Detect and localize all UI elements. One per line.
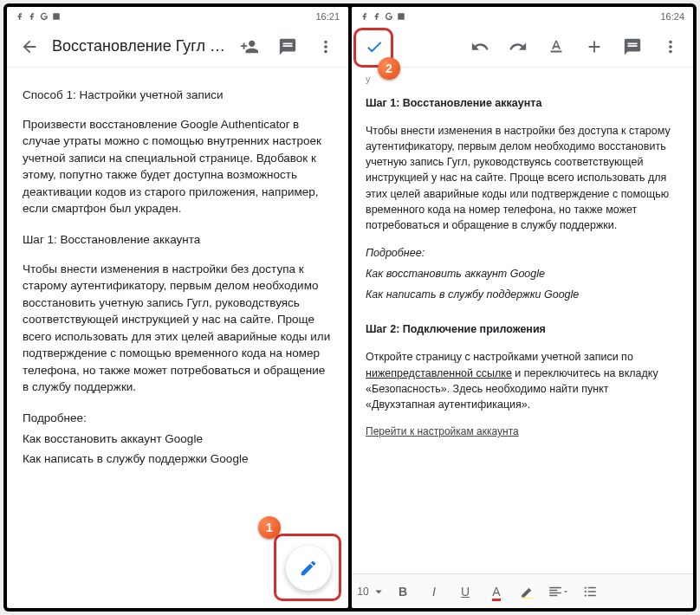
status-bar: 16:24 [352, 7, 693, 26]
font-size-value: 10 [357, 586, 368, 598]
underline-button[interactable]: U [450, 578, 480, 605]
document-title[interactable]: Восстановление Гугл А... [52, 37, 227, 55]
paragraph: Чтобы внести изменения в настройки без д… [366, 123, 679, 233]
chevron-down-icon [371, 584, 386, 599]
inline-link: нижепредставленной ссылке [366, 367, 512, 379]
format-toolbar: 10 B I U A [352, 573, 693, 608]
italic-button[interactable]: I [419, 578, 449, 605]
comments-button[interactable] [617, 31, 648, 62]
redo-button[interactable] [502, 31, 534, 62]
svg-point-4 [585, 590, 587, 592]
share-add-person-button[interactable] [234, 31, 265, 62]
svg-point-5 [585, 594, 587, 596]
dual-screenshot-wrapper: 16:21 Восстановление Гугл А... Способ 1:… [3, 3, 697, 612]
svg-point-3 [585, 586, 587, 588]
svg-rect-1 [398, 13, 405, 20]
insert-button[interactable] [579, 31, 610, 62]
bulleted-list-button[interactable] [575, 578, 605, 605]
app-icon [397, 12, 405, 21]
app-icon [52, 12, 61, 21]
text-run: Откройте страницу с настройками учетной … [366, 351, 633, 363]
status-icons [16, 12, 61, 21]
font-size-selector[interactable]: 10 [357, 578, 386, 605]
phone-right-edit-mode: 16:24 [352, 7, 693, 608]
step-heading: Шаг 1: Восстановление аккаунта [366, 95, 679, 111]
edit-fab-button[interactable] [286, 546, 331, 591]
done-check-button[interactable] [359, 31, 390, 62]
text-color-button[interactable]: A [482, 578, 511, 605]
related-link: Как написать в службу поддержки Google [23, 450, 333, 468]
document-body-edit[interactable]: у Шаг 1: Восстановление аккаунта Чтобы в… [352, 68, 693, 573]
facebook-icon [28, 12, 36, 21]
facebook-icon [360, 12, 369, 21]
phone-left-view-mode: 16:21 Восстановление Гугл А... Способ 1:… [7, 7, 348, 608]
more-label: Подробнее: [366, 245, 679, 261]
google-icon [385, 12, 393, 21]
goto-link: Перейти к настройкам аккаунта [366, 424, 679, 439]
status-bar: 16:21 [7, 7, 348, 26]
step-heading: Шаг 1: Восстановление аккаунта [23, 231, 333, 249]
document-body-view[interactable]: Способ 1: Настройки учетной записи Произ… [7, 68, 348, 608]
paragraph: Произвести восстановление Google Authent… [23, 116, 333, 217]
facebook-icon [373, 12, 381, 21]
paragraph: Откройте страницу с настройками учетной … [366, 349, 679, 412]
more-menu-button[interactable] [655, 31, 686, 62]
svg-rect-2 [522, 597, 534, 599]
bold-button[interactable]: B [388, 578, 418, 605]
related-link: Как восстановить аккаунт Google [23, 430, 333, 448]
align-button[interactable] [544, 578, 574, 605]
clock: 16:24 [660, 11, 684, 22]
more-menu-button[interactable] [310, 31, 341, 62]
comments-button[interactable] [272, 31, 303, 62]
facebook-icon [16, 12, 24, 21]
highlight-color-button[interactable] [513, 578, 542, 605]
text-format-button[interactable] [541, 31, 572, 62]
step-heading: Шаг 2: Подключение приложения [366, 321, 679, 337]
section-heading: Способ 1: Настройки учетной записи [23, 87, 333, 104]
clock: 16:21 [315, 11, 340, 22]
more-label: Подробнее: [23, 410, 333, 427]
undo-button[interactable] [464, 31, 496, 62]
clipped-text: у [366, 73, 679, 87]
back-button[interactable] [14, 31, 45, 62]
related-link: Как восстановить аккаунт Google [366, 266, 679, 282]
chevron-down-icon [561, 587, 570, 596]
app-bar-edit [352, 26, 693, 68]
related-link: Как написать в службу поддержки Google [366, 287, 679, 302]
google-icon [40, 12, 49, 21]
svg-rect-0 [53, 13, 60, 20]
paragraph: Чтобы внести изменения в настройки без д… [23, 261, 333, 397]
app-bar-view: Восстановление Гугл А... [7, 26, 348, 68]
status-icons [360, 12, 405, 21]
